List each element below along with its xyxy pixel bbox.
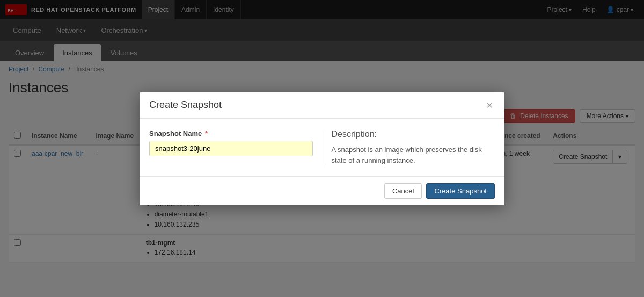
modal-footer: Cancel Create Snapshot <box>140 176 504 205</box>
modal-header: Create Snapshot × <box>140 92 504 119</box>
snapshot-name-input[interactable] <box>149 141 313 156</box>
cancel-button[interactable]: Cancel <box>384 183 422 199</box>
snapshot-name-label: Snapshot Name * <box>149 129 313 137</box>
modal-close-button[interactable]: × <box>484 100 495 111</box>
snapshot-name-group: Snapshot Name * <box>149 129 313 156</box>
required-indicator: * <box>205 129 208 137</box>
create-snapshot-modal: Create Snapshot × Snapshot Name * Descri… <box>140 92 504 205</box>
modal-body: Snapshot Name * Description: A snapshot … <box>140 119 504 176</box>
modal-title: Create Snapshot <box>149 99 222 111</box>
description-text: A snapshot is an image which preserves t… <box>332 144 495 165</box>
description-title: Description: <box>332 129 495 139</box>
modal-description-section: Description: A snapshot is an image whic… <box>326 129 495 165</box>
create-snapshot-button[interactable]: Create Snapshot <box>426 183 495 199</box>
modal-form-section: Snapshot Name * <box>149 129 313 165</box>
modal-overlay: Create Snapshot × Snapshot Name * Descri… <box>0 0 644 263</box>
